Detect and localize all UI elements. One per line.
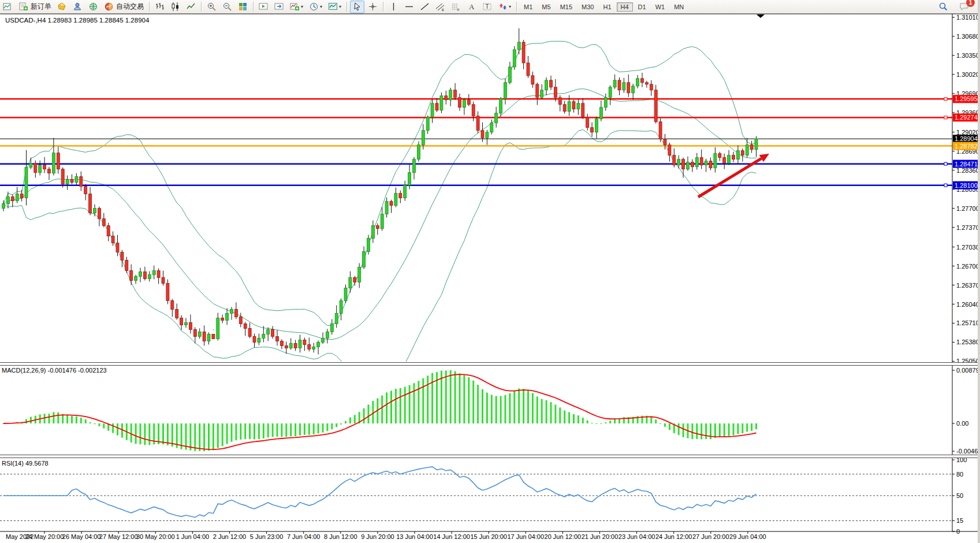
crosshair-tool-button[interactable] <box>366 1 380 13</box>
period-m1-button[interactable]: M1 <box>520 2 536 12</box>
arrows-tool-button[interactable]: ▾ <box>495 1 513 13</box>
svg-text:27 May 12:00: 27 May 12:00 <box>99 533 138 540</box>
rsi-indicator-label: RSI(14) 49.5678 <box>2 460 49 467</box>
svg-text:9 Jun 20:00: 9 Jun 20:00 <box>361 533 394 540</box>
trendline-icon <box>420 2 430 12</box>
svg-text:1.30350: 1.30350 <box>956 52 979 59</box>
fibonacci-tool-button[interactable]: F <box>449 1 463 13</box>
search-icon <box>938 2 948 12</box>
text-tool-button[interactable]: A <box>464 1 479 13</box>
svg-text:1.28782: 1.28782 <box>955 143 978 150</box>
tile-windows-button[interactable] <box>236 1 250 13</box>
chart-window: 1.310101.306801.303501.300201.296901.293… <box>0 13 980 543</box>
clock-icon <box>309 2 319 12</box>
zoom-in-button[interactable] <box>204 1 219 13</box>
svg-text:24 Jun 12:00: 24 Jun 12:00 <box>655 533 692 540</box>
svg-text:20 Jun 12:00: 20 Jun 12:00 <box>545 533 582 540</box>
chart-title: USDCAD-,H4 1.28983 1.28985 1.28845 1.289… <box>5 17 149 24</box>
period-h4-button[interactable]: H4 <box>617 2 633 12</box>
period-m5-button[interactable]: M5 <box>538 2 554 12</box>
zoom-out-button[interactable] <box>220 1 234 13</box>
period-w1-button[interactable]: W1 <box>651 2 669 12</box>
market-depth-button[interactable] <box>55 1 69 13</box>
chart-canvas[interactable]: 1.310101.306801.303501.300201.296901.293… <box>0 13 980 543</box>
svg-text:1.27700: 1.27700 <box>956 205 979 212</box>
dropdown-arrow-icon: ▾ <box>320 4 322 9</box>
period-h1-button[interactable]: H1 <box>599 2 615 12</box>
svg-text:80: 80 <box>956 471 963 478</box>
svg-text:24 May 20:00: 24 May 20:00 <box>25 533 64 540</box>
svg-text:30 May 20:00: 30 May 20:00 <box>136 533 175 540</box>
person-icon <box>73 2 83 12</box>
svg-text:-0.004601: -0.004601 <box>956 448 980 455</box>
trendline-tool-button[interactable] <box>418 1 432 13</box>
svg-text:1.27030: 1.27030 <box>956 244 979 251</box>
horizontal-line-icon <box>404 2 414 12</box>
svg-text:17 Jun 04:00: 17 Jun 04:00 <box>507 533 544 540</box>
svg-text:15: 15 <box>956 517 963 524</box>
new-order-label: 新订单 <box>31 2 51 12</box>
svg-text:1.26370: 1.26370 <box>956 282 979 289</box>
svg-text:2 Jun 12:00: 2 Jun 12:00 <box>213 533 247 540</box>
svg-text:1 Jun 04:00: 1 Jun 04:00 <box>176 533 210 540</box>
new-order-button[interactable]: 新订单 <box>16 1 54 13</box>
window-menu-icon[interactable] <box>1 1 15 13</box>
cursor-tool-button[interactable] <box>350 1 364 13</box>
candle-chart-mode-button[interactable] <box>168 1 182 13</box>
auto-scroll-icon <box>259 2 269 12</box>
svg-text:T: T <box>486 3 489 10</box>
svg-text:1.29274: 1.29274 <box>955 114 978 121</box>
indicators-button[interactable]: ▾ <box>288 1 305 13</box>
line-chart-mode-button[interactable] <box>184 1 198 13</box>
search-button[interactable] <box>936 1 951 13</box>
fibonacci-icon: F <box>451 2 461 12</box>
auto-scroll-button[interactable] <box>256 1 271 13</box>
period-m30-button[interactable]: M30 <box>577 2 598 12</box>
cursor-icon <box>352 2 362 12</box>
crosshair-icon <box>368 2 378 12</box>
pane-separator-rsi[interactable] <box>0 455 980 458</box>
label-tool-button[interactable]: T <box>480 1 494 13</box>
svg-text:1.26040: 1.26040 <box>956 301 979 308</box>
autotrade-label: 自动交易 <box>116 2 144 12</box>
pane-separator-macd[interactable] <box>0 362 980 366</box>
autotrade-button[interactable]: 自动交易 <box>102 1 146 13</box>
new-order-icon <box>18 2 28 12</box>
gold-icon <box>57 2 67 12</box>
accounts-button[interactable] <box>70 1 85 13</box>
svg-text:E: E <box>442 8 444 12</box>
toolbar-separator <box>383 2 383 12</box>
timeframes-button[interactable]: ▾ <box>307 1 325 13</box>
news-button[interactable] <box>86 1 100 13</box>
chart-shift-button[interactable] <box>272 1 286 13</box>
templates-button[interactable]: ▾ <box>326 1 344 13</box>
period-d1-button[interactable]: D1 <box>634 2 650 12</box>
line-chart-icon <box>186 2 196 12</box>
vline-tool-button[interactable] <box>386 1 401 13</box>
channel-tool-button[interactable]: E <box>433 1 448 13</box>
main-toolbar: 新订单 自动交易 ▾ ▾ ▾ E F A T ▾ M1 M5 M15 M30 H… <box>0 0 980 14</box>
svg-text:1.30680: 1.30680 <box>956 33 979 40</box>
toolbar-separator <box>149 2 150 12</box>
svg-text:7 Jun 04:00: 7 Jun 04:00 <box>287 533 321 540</box>
svg-text:26 May 04:00: 26 May 04:00 <box>62 533 101 540</box>
zoom-in-icon <box>207 2 217 12</box>
svg-text:1.26700: 1.26700 <box>956 263 979 270</box>
svg-text:0.008791: 0.008791 <box>956 367 980 374</box>
svg-text:29 Jun 04:00: 29 Jun 04:00 <box>729 533 766 540</box>
bar-chart-mode-button[interactable] <box>152 1 167 13</box>
svg-text:1.31010: 1.31010 <box>956 14 979 21</box>
svg-text:1.28100: 1.28100 <box>955 182 978 189</box>
period-m15-button[interactable]: M15 <box>556 2 576 12</box>
toolbar-separator <box>253 2 254 12</box>
svg-text:1.28471: 1.28471 <box>955 161 978 168</box>
bar-chart-icon <box>155 2 165 12</box>
notifications-button[interactable]: 1 <box>957 1 971 13</box>
chart-shift-icon <box>274 2 284 12</box>
text-label-icon: T <box>482 2 492 12</box>
hline-tool-button[interactable] <box>402 1 416 13</box>
period-mn-button[interactable]: MN <box>670 2 688 12</box>
candlestick-icon <box>170 2 180 12</box>
svg-text:23 Jun 04:00: 23 Jun 04:00 <box>618 533 655 540</box>
dropdown-arrow-icon: ▾ <box>301 4 303 9</box>
